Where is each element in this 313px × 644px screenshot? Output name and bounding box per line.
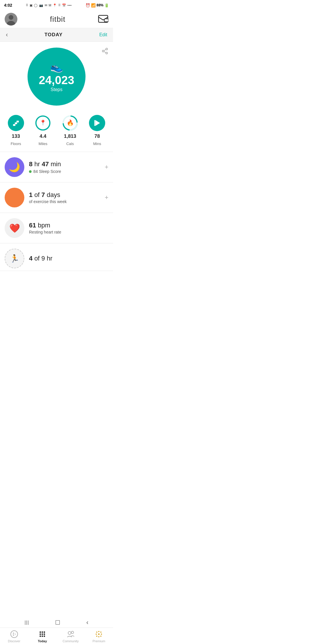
share-button[interactable] — [101, 48, 108, 56]
heart-rate-value: 61 bpm — [29, 222, 108, 229]
sleep-card[interactable]: 🌙 8 hr 47 min 84 Sleep Score + — [0, 152, 113, 182]
heart-rate-card[interactable]: ❤️ 61 bpm Resting heart rate — [0, 213, 113, 243]
score-dot — [29, 170, 32, 173]
status-bar: 4:02 ⠿ ▣ ◯ 📷 ✉ M 📍 ⠿ 📅 ••• ⏰ 📶 88% 🔋 — [0, 0, 113, 10]
heart-icon: ❤️ — [9, 223, 20, 233]
svg-text:🔥: 🔥 — [66, 119, 74, 126]
moon-icon: 🌙 — [9, 162, 20, 173]
app-title: fitbit — [50, 15, 65, 24]
stat-floors[interactable]: 133 Floors — [8, 115, 24, 146]
battery-percent: 88% — [97, 3, 103, 7]
cals-name: Cals — [66, 142, 74, 146]
inbox-button[interactable] — [98, 14, 108, 24]
svg-point-5 — [106, 48, 108, 50]
steps-label: Steps — [51, 87, 63, 92]
battery-icon: 🔋 — [104, 3, 109, 8]
main-content: 👟 24,023 Steps 133 Floors — [0, 42, 113, 306]
exercise-card[interactable]: 1 of 7 days of exercise this week + — [0, 182, 113, 213]
floors-name: Floors — [11, 142, 21, 146]
edit-button[interactable]: Edit — [99, 32, 107, 37]
mins-value: 78 — [94, 133, 100, 139]
stat-cals[interactable]: 🔥 1,813 Cals — [62, 115, 78, 146]
back-button[interactable]: ‹ — [6, 31, 8, 39]
svg-point-1 — [9, 15, 13, 20]
exercise-content: 1 of 7 days of exercise this week — [29, 191, 100, 204]
miles-name: Miles — [39, 142, 47, 146]
status-right: ⏰ 📶 88% 🔋 — [85, 3, 109, 8]
svg-point-6 — [102, 50, 104, 52]
active-hours-content: 4 of 9 hr — [29, 255, 108, 262]
svg-rect-4 — [104, 19, 108, 22]
cals-value: 1,813 — [64, 133, 76, 139]
sleep-add-button[interactable]: + — [105, 163, 108, 171]
floors-icon — [8, 115, 24, 131]
active-hours-card[interactable]: 🏃 4 of 9 hr — [0, 243, 113, 271]
heart-rate-sub: Resting heart rate — [29, 230, 108, 234]
status-icons: ⠿ ▣ ◯ 📷 ✉ M 📍 ⠿ 📅 ••• — [26, 3, 72, 7]
svg-text:📍: 📍 — [40, 120, 46, 126]
person-icon: 🏃 — [10, 254, 19, 263]
user-avatar[interactable] — [5, 13, 17, 26]
exercise-sub: of exercise this week — [29, 199, 100, 204]
active-hours-value: 4 of 9 hr — [29, 255, 108, 262]
steps-count: 24,023 — [39, 74, 74, 86]
status-time: 4:02 — [4, 3, 12, 8]
stat-miles[interactable]: 📍 4.4 Miles — [35, 115, 51, 146]
score-text: 84 Sleep Score — [33, 169, 61, 174]
mins-name: Mins — [93, 142, 101, 146]
miles-value: 4.4 — [39, 133, 46, 139]
stat-mins[interactable]: 78 Mins — [89, 115, 105, 146]
cals-ring: 🔥 — [62, 115, 78, 131]
heart-rate-content: 61 bpm Resting heart rate — [29, 222, 108, 234]
sleep-icon-circle: 🌙 — [5, 157, 24, 177]
svg-marker-20 — [95, 120, 100, 126]
svg-rect-12 — [17, 121, 19, 122]
heart-rate-icon-circle: ❤️ — [5, 218, 24, 238]
wifi-icon: 📶 — [91, 3, 96, 8]
svg-rect-11 — [15, 122, 17, 124]
miles-ring: 📍 — [35, 115, 51, 131]
page-title: TODAY — [45, 32, 63, 38]
sleep-score: 84 Sleep Score — [29, 169, 100, 174]
exercise-add-button[interactable]: + — [105, 194, 108, 201]
notification-icons: ⠿ ▣ ◯ 📷 ✉ M 📍 ⠿ 📅 ••• — [26, 3, 72, 7]
exercise-count: 1 of 7 days — [29, 191, 100, 199]
page-nav-bar: ‹ TODAY Edit — [0, 28, 113, 42]
svg-point-7 — [106, 52, 108, 54]
floors-value: 133 — [12, 133, 20, 139]
mins-icon — [89, 115, 105, 131]
steps-section: 👟 24,023 Steps — [0, 42, 113, 110]
svg-line-8 — [104, 52, 106, 53]
sleep-content: 8 hr 47 min 84 Sleep Score — [29, 160, 100, 174]
svg-line-9 — [104, 50, 106, 51]
svg-rect-10 — [13, 124, 15, 126]
shoe-icon: 👟 — [50, 61, 63, 73]
steps-circle[interactable]: 👟 24,023 Steps — [28, 48, 85, 106]
stats-row: 133 Floors 📍 4.4 Miles — [0, 110, 113, 152]
app-header: fitbit — [0, 10, 113, 28]
active-hours-icon-circle: 🏃 — [5, 249, 24, 268]
sleep-duration: 8 hr 47 min — [29, 160, 100, 168]
exercise-icon-circle — [5, 188, 24, 207]
alarm-icon: ⏰ — [85, 3, 90, 8]
